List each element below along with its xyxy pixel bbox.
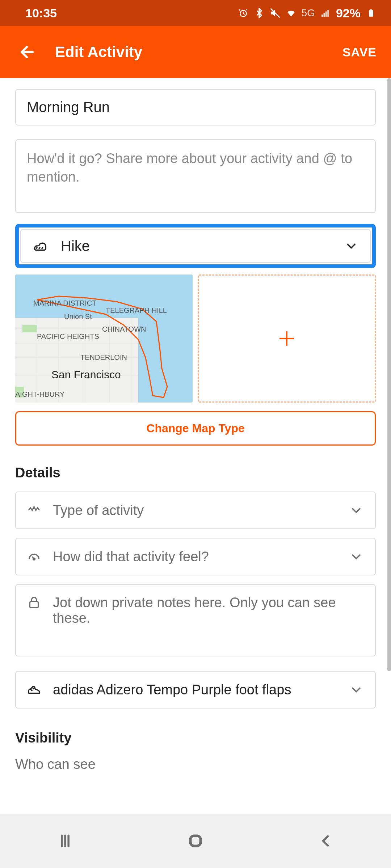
type-of-activity-selector[interactable]: Type of activity bbox=[15, 492, 376, 529]
svg-rect-4 bbox=[325, 12, 327, 17]
chevron-down-icon bbox=[348, 502, 364, 518]
back-icon bbox=[318, 833, 334, 849]
map-label-haight: AIGHT-HBURY bbox=[15, 390, 64, 399]
back-arrow-icon bbox=[19, 43, 36, 61]
private-notes-placeholder: Jot down private notes here. Only you ca… bbox=[53, 595, 364, 626]
media-row: MARINA DISTRICT Union St TELEGRAPH HILL … bbox=[15, 275, 376, 403]
battery-icon bbox=[366, 8, 377, 18]
details-section-title: Details bbox=[15, 465, 376, 481]
map-label-city: San Francisco bbox=[51, 369, 121, 381]
nav-recent-button[interactable] bbox=[29, 826, 101, 855]
visibility-section-title: Visibility bbox=[15, 730, 376, 746]
activity-type-label: Hike bbox=[61, 238, 343, 254]
scrollbar[interactable] bbox=[387, 78, 391, 671]
svg-rect-7 bbox=[370, 9, 372, 10]
effort-gauge-icon bbox=[27, 549, 41, 564]
map-label-union: Union St bbox=[64, 312, 92, 321]
system-nav-bar bbox=[0, 814, 391, 868]
activity-description-input[interactable] bbox=[15, 139, 376, 213]
chevron-down-icon bbox=[348, 682, 364, 698]
svg-rect-2 bbox=[321, 14, 323, 17]
activity-feel-label: How did that activity feel? bbox=[53, 549, 348, 565]
content-scroll[interactable]: Hike MARINA DISTRICT Union St TELE bbox=[0, 78, 391, 814]
map-label-chinatown: CHINATOWN bbox=[102, 325, 146, 333]
activity-type-selector[interactable]: Hike bbox=[20, 229, 371, 263]
activity-icon bbox=[27, 503, 41, 518]
svg-rect-6 bbox=[369, 10, 373, 17]
map-label-pacific: PACIFIC HEIGHTS bbox=[37, 332, 99, 341]
home-icon bbox=[187, 832, 204, 850]
visibility-who-can-see: Who can see bbox=[15, 757, 376, 772]
private-notes-input[interactable]: Jot down private notes here. Only you ca… bbox=[15, 584, 376, 656]
chevron-down-icon bbox=[343, 238, 359, 254]
svg-rect-28 bbox=[190, 836, 201, 846]
svg-rect-5 bbox=[327, 10, 328, 17]
status-time: 10:35 bbox=[25, 6, 57, 20]
signal-icon bbox=[320, 8, 331, 18]
recent-icon bbox=[57, 833, 73, 849]
status-icons: 5G 92% bbox=[238, 6, 377, 20]
gear-selector[interactable]: adidas Adizero Tempo Purple foot flaps bbox=[15, 671, 376, 709]
svg-rect-24 bbox=[30, 601, 38, 608]
lock-icon bbox=[27, 595, 41, 609]
chevron-down-icon bbox=[348, 549, 364, 565]
page-title: Edit Activity bbox=[55, 43, 342, 61]
activity-title-input[interactable] bbox=[15, 89, 376, 125]
shoe-icon bbox=[27, 682, 41, 697]
network-type: 5G bbox=[302, 7, 315, 19]
battery-percent: 92% bbox=[336, 6, 361, 20]
back-button[interactable] bbox=[14, 39, 41, 65]
map-thumbnail[interactable]: MARINA DISTRICT Union St TELEGRAPH HILL … bbox=[15, 275, 193, 403]
svg-rect-20 bbox=[22, 325, 37, 332]
svg-rect-3 bbox=[324, 13, 325, 17]
status-bar: 10:35 5G 92% bbox=[0, 0, 391, 26]
type-of-activity-label: Type of activity bbox=[53, 503, 348, 518]
svg-line-23 bbox=[32, 557, 34, 559]
map-label-marina: MARINA DISTRICT bbox=[33, 299, 96, 307]
alarm-icon bbox=[238, 8, 249, 18]
map-label-telegraph: TELEGRAPH HILL bbox=[106, 306, 167, 315]
map-label-tenderloin: TENDERLOIN bbox=[80, 353, 127, 362]
plus-icon bbox=[276, 328, 298, 349]
save-button[interactable]: SAVE bbox=[342, 45, 377, 59]
nav-home-button[interactable] bbox=[159, 826, 232, 855]
bluetooth-icon bbox=[254, 8, 265, 18]
activity-feel-selector[interactable]: How did that activity feel? bbox=[15, 538, 376, 575]
nav-back-button[interactable] bbox=[290, 826, 362, 855]
change-map-type-button[interactable]: Change Map Type bbox=[15, 411, 376, 446]
add-media-button[interactable] bbox=[198, 275, 376, 403]
hike-icon bbox=[32, 238, 49, 254]
mute-icon bbox=[270, 8, 281, 18]
activity-type-highlight: Hike bbox=[15, 224, 376, 268]
gear-label: adidas Adizero Tempo Purple foot flaps bbox=[53, 682, 348, 698]
wifi-icon bbox=[286, 8, 297, 18]
app-bar: Edit Activity SAVE bbox=[0, 26, 391, 78]
